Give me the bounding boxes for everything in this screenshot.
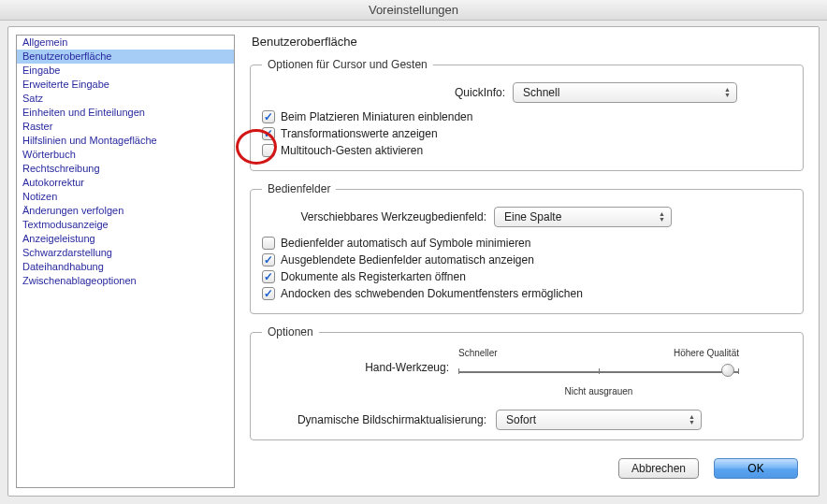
- sidebar-item[interactable]: Benutzeroberfläche: [17, 50, 234, 64]
- slider-label-right: Höhere Qualität: [674, 348, 739, 358]
- sidebar-item[interactable]: Rechtschreibung: [17, 162, 234, 176]
- updown-icon: ▲▼: [724, 87, 731, 98]
- sidebar-item[interactable]: Eingabe: [17, 64, 234, 78]
- ok-button[interactable]: OK: [714, 458, 798, 479]
- checkbox-transform-values-label: Transformationswerte anzeigen: [281, 127, 438, 140]
- main-panel: Benutzeroberfläche Optionen für Cursor u…: [250, 35, 811, 488]
- sidebar-item[interactable]: Änderungen verfolgen: [17, 204, 234, 218]
- sidebar-wrap: AllgemeinBenutzeroberflächeEingabeErweit…: [16, 35, 235, 488]
- checkbox-tabs[interactable]: [262, 270, 275, 283]
- toolpanel-label: Verschiebbares Werkzeugbedienfeld:: [262, 210, 486, 223]
- sidebar-item[interactable]: Allgemein: [17, 36, 234, 50]
- sidebar-item[interactable]: Erweiterte Eingabe: [17, 78, 234, 92]
- legend-options: Optionen: [262, 325, 319, 338]
- checkbox-dock-floating[interactable]: [262, 287, 275, 300]
- legend-cursor-gestures: Optionen für Cursor und Gesten: [262, 58, 433, 71]
- page-title: Benutzeroberfläche: [252, 35, 804, 49]
- quickinfo-select[interactable]: Schnell ▲▼: [513, 82, 737, 103]
- sidebar-item[interactable]: Raster: [17, 120, 234, 134]
- sidebar-item[interactable]: Einheiten und Einteilungen: [17, 106, 234, 120]
- checkbox-auto-show-hidden-label: Ausgeblendete Bedienfelder automatisch a…: [281, 253, 534, 266]
- checkbox-thumbnails-label: Beim Platzieren Miniaturen einblenden: [281, 110, 472, 123]
- dynamic-refresh-select[interactable]: Sofort ▲▼: [496, 410, 702, 430]
- fieldset-cursor-gestures: Optionen für Cursor und Gesten QuickInfo…: [250, 58, 804, 171]
- slider-label-left: Schneller: [458, 348, 498, 358]
- checkbox-dock-floating-label: Andocken des schwebenden Dokumentfenster…: [281, 287, 583, 300]
- toolpanel-value: Eine Spalte: [504, 210, 561, 223]
- sidebar-item[interactable]: Anzeigeleistung: [17, 232, 234, 246]
- checkbox-auto-show-hidden[interactable]: [262, 253, 275, 266]
- sidebar-item[interactable]: Notizen: [17, 190, 234, 204]
- checkbox-multitouch-label: Multitouch-Gesten aktivieren: [281, 144, 423, 157]
- preferences-window: Voreinstellungen AllgemeinBenutzeroberfl…: [0, 0, 827, 504]
- sidebar-item[interactable]: Hilfslinien und Montagefläche: [17, 134, 234, 148]
- dynamic-refresh-value: Sofort: [506, 413, 536, 426]
- window-title: Voreinstellungen: [0, 0, 827, 21]
- checkbox-transform-values[interactable]: [262, 127, 275, 140]
- checkbox-tabs-label: Dokumente als Registerkarten öffnen: [281, 270, 466, 283]
- sidebar-item[interactable]: Satz: [17, 92, 234, 106]
- toolpanel-select[interactable]: Eine Spalte ▲▼: [494, 207, 672, 227]
- sidebar-item[interactable]: Wörterbuch: [17, 148, 234, 162]
- fieldset-panels: Bedienfelder Verschiebbares Werkzeugbedi…: [250, 182, 804, 314]
- hand-tool-label: Hand-Werkzeug:: [262, 361, 449, 374]
- slider-thumb[interactable]: [721, 364, 734, 377]
- checkbox-auto-minimize-label: Bedienfelder automatisch auf Symbole min…: [281, 237, 530, 250]
- category-sidebar[interactable]: AllgemeinBenutzeroberflächeEingabeErweit…: [16, 35, 235, 488]
- cancel-button[interactable]: Abbrechen: [618, 458, 699, 479]
- sidebar-item[interactable]: Dateihandhabung: [17, 260, 234, 274]
- content-area: AllgemeinBenutzeroberflächeEingabeErweit…: [7, 26, 820, 497]
- sidebar-item[interactable]: Autokorrektur: [17, 176, 234, 190]
- sidebar-item[interactable]: Schwarzdarstellung: [17, 246, 234, 260]
- updown-icon: ▲▼: [689, 414, 695, 425]
- hand-tool-slider[interactable]: [458, 360, 739, 382]
- quickinfo-label: QuickInfo:: [262, 86, 505, 99]
- updown-icon: ▲▼: [659, 211, 665, 223]
- quickinfo-value: Schnell: [523, 86, 559, 99]
- sidebar-item[interactable]: Textmodusanzeige: [17, 218, 234, 232]
- slider-label-mid: Nicht ausgrauen: [458, 386, 739, 396]
- sidebar-item[interactable]: Zwischenablageoptionen: [17, 274, 234, 288]
- checkbox-thumbnails[interactable]: [262, 110, 275, 123]
- checkbox-auto-minimize[interactable]: [262, 237, 275, 250]
- checkbox-multitouch[interactable]: [262, 144, 275, 157]
- fieldset-options: Optionen Hand-Werkzeug: Schneller Höhere…: [250, 325, 804, 440]
- dynamic-refresh-label: Dynamische Bildschirmaktualisierung:: [262, 413, 486, 426]
- legend-panels: Bedienfelder: [262, 182, 336, 195]
